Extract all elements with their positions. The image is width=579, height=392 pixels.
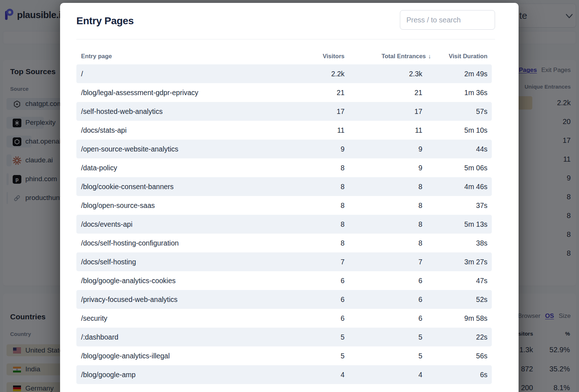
visitors-cell: 6 (283, 277, 345, 285)
header-visit-duration[interactable]: Visit Duration (422, 53, 487, 60)
entrances-cell: 4 (345, 371, 422, 379)
entrances-cell: 9 (345, 145, 422, 153)
header-entry-page[interactable]: Entry page (76, 53, 283, 60)
header-total-entrances[interactable]: Total Entrances↓ (345, 53, 422, 60)
entry-page-row[interactable]: /blog/google-analytics-illegal5556s (76, 346, 492, 365)
entry-page-row[interactable]: /blog/google-analytics-cookies6647s (76, 271, 492, 290)
entrances-cell: 8 (345, 201, 422, 210)
entrances-cell: 2.3k (345, 70, 422, 78)
entry-page-cell[interactable]: /privacy-focused-web-analytics (76, 295, 283, 304)
visitors-cell: 8 (283, 201, 345, 210)
entry-page-cell[interactable]: /docs/stats-api (76, 126, 283, 135)
entry-page-cell[interactable]: /docs/self-hosting-configuration (76, 239, 283, 247)
entrances-cell: 8 (345, 239, 422, 247)
entrances-cell: 8 (345, 183, 422, 191)
entry-page-row[interactable]: /2.2k2.3k2m 49s (76, 64, 492, 83)
entry-page-cell[interactable]: /blog/google-analytics-illegal (76, 352, 283, 360)
entry-page-row[interactable]: /blog/google-amp446s (76, 365, 492, 384)
entrances-cell: 7 (345, 258, 422, 266)
entry-page-cell[interactable]: /docs/self-hosting (76, 258, 283, 266)
entrances-cell: 17 (345, 107, 422, 116)
visitors-cell: 4 (283, 371, 345, 379)
entry-page-cell[interactable]: /blog/legal-assessment-gdpr-eprivacy (76, 89, 283, 97)
duration-cell: 9m 58s (422, 314, 487, 323)
entry-page-row[interactable]: /privacy-focused-web-analytics6652s (76, 290, 492, 309)
duration-cell: 5m 13s (422, 220, 487, 229)
entry-page-cell[interactable]: / (76, 70, 283, 78)
duration-cell: 5m 06s (422, 164, 487, 172)
entry-page-cell[interactable]: /blog/google-amp (76, 371, 283, 379)
entrances-cell: 9 (345, 164, 422, 172)
entry-page-row[interactable]: /docs/self-hosting-configuration8838s (76, 234, 492, 252)
entry-page-row[interactable]: /data-policy895m 06s (76, 158, 492, 177)
visitors-cell: 21 (283, 89, 345, 97)
table-header-row: Entry page Visitors Total Entrances↓ Vis… (76, 48, 492, 64)
entry-page-row[interactable]: /security669m 58s (76, 309, 492, 328)
duration-cell: 6s (422, 371, 487, 379)
visitors-cell: 2.2k (283, 70, 345, 78)
entrances-cell: 5 (345, 333, 422, 341)
visitors-cell: 8 (283, 239, 345, 247)
header-total-entrances-label: Total Entrances (381, 53, 426, 59)
entrances-cell: 6 (345, 314, 422, 323)
entrances-cell: 6 (345, 295, 422, 304)
duration-cell: 56s (422, 352, 487, 360)
duration-cell: 2m 49s (422, 70, 487, 78)
entry-page-cell[interactable]: /:dashboard (76, 333, 283, 341)
visitors-cell: 7 (283, 258, 345, 266)
modal-divider (76, 39, 495, 39)
entry-page-row[interactable]: /docs/self-hosting773m 27s (76, 252, 492, 271)
duration-cell: 22s (422, 333, 487, 341)
entry-page-row[interactable]: /self-hosted-web-analytics171757s (76, 102, 492, 121)
duration-cell: 5m 10s (422, 126, 487, 135)
duration-cell: 52s (422, 295, 487, 304)
duration-cell: 38s (422, 239, 487, 247)
visitors-cell: 11 (283, 126, 345, 135)
entry-page-row[interactable]: /docs/events-api885m 13s (76, 215, 492, 234)
plausible-dashboard: plausible.io te Top Sources Source chatg… (0, 0, 579, 392)
duration-cell: 3m 27s (422, 258, 487, 266)
duration-cell: 4m 46s (422, 183, 487, 191)
entry-page-cell[interactable]: /blog/open-source-saas (76, 201, 283, 210)
entry-page-row[interactable]: /blog/cookie-consent-banners884m 46s (76, 177, 492, 196)
entrances-cell: 11 (345, 126, 422, 135)
visitors-cell: 6 (283, 295, 345, 304)
modal-search-input[interactable] (400, 10, 495, 30)
entry-page-cell[interactable]: /docs/events-api (76, 220, 283, 229)
entrances-cell: 6 (345, 277, 422, 285)
visitors-cell: 6 (283, 314, 345, 323)
modal-title: Entry Pages (76, 15, 134, 27)
visitors-cell: 8 (283, 220, 345, 229)
entry-page-cell[interactable]: /data-policy (76, 164, 283, 172)
entry-pages-modal: Entry Pages Entry page Visitors Total En… (60, 3, 519, 392)
entry-page-cell[interactable]: /blog/google-analytics-cookies (76, 277, 283, 285)
entry-page-cell[interactable]: /open-source-website-analytics (76, 145, 283, 153)
entry-page-row[interactable]: /docs/stats-api11115m 10s (76, 121, 492, 140)
visitors-cell: 8 (283, 183, 345, 191)
entry-page-row[interactable]: /:dashboard5522s (76, 328, 492, 346)
header-visitors[interactable]: Visitors (283, 53, 345, 60)
duration-cell: 47s (422, 277, 487, 285)
entry-page-cell[interactable]: /self-hosted-web-analytics (76, 107, 283, 116)
duration-cell: 1m 36s (422, 89, 487, 97)
entry-page-row[interactable]: /open-source-website-analytics9944s (76, 140, 492, 158)
entry-page-row[interactable]: /blog/legal-assessment-gdpr-eprivacy2121… (76, 83, 492, 102)
entry-pages-table: Entry page Visitors Total Entrances↓ Vis… (76, 48, 492, 384)
visitors-cell: 8 (283, 164, 345, 172)
entrances-cell: 5 (345, 352, 422, 360)
entrances-cell: 21 (345, 89, 422, 97)
duration-cell: 57s (422, 107, 487, 116)
visitors-cell: 9 (283, 145, 345, 153)
duration-cell: 44s (422, 145, 487, 153)
entry-page-row[interactable]: /blog/open-source-saas8837s (76, 196, 492, 215)
entry-page-cell[interactable]: /blog/cookie-consent-banners (76, 183, 283, 191)
visitors-cell: 5 (283, 352, 345, 360)
entrances-cell: 8 (345, 220, 422, 229)
visitors-cell: 5 (283, 333, 345, 341)
entry-page-cell[interactable]: /security (76, 314, 283, 323)
duration-cell: 37s (422, 201, 487, 210)
visitors-cell: 17 (283, 107, 345, 116)
